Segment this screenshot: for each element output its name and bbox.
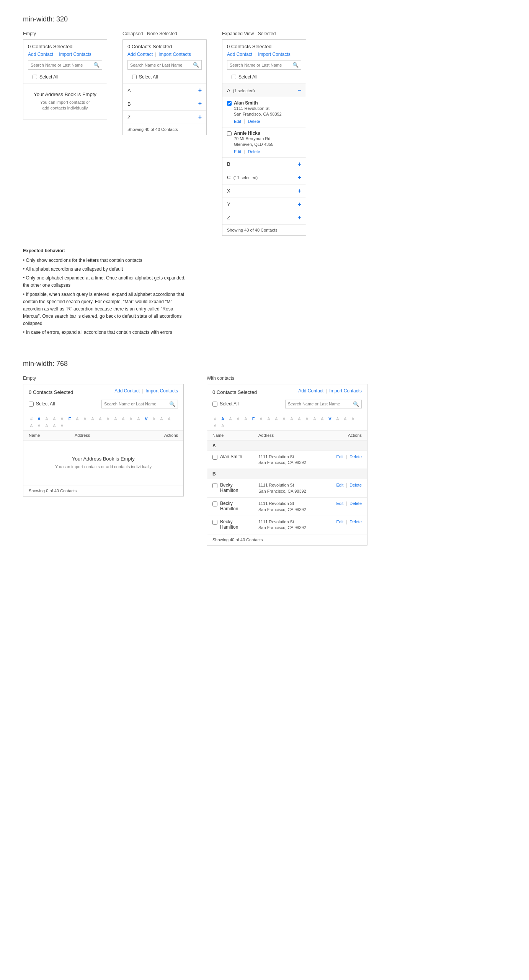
contact-alan-768-delete[interactable]: Delete <box>349 454 362 459</box>
contact-becky-3-addr: 1111 Revolution StSan Francisco, CA 9839… <box>258 519 331 531</box>
contact-becky-2-checkbox[interactable] <box>212 501 217 506</box>
alpha-V[interactable]: V <box>143 416 150 422</box>
contact-becky-1-check-col <box>212 482 220 489</box>
contact-annie-checkbox[interactable] <box>227 131 232 136</box>
panel-768-empty-add[interactable]: Add Contact <box>114 388 140 394</box>
contact-alan-checkbox[interactable] <box>227 101 232 106</box>
contact-becky-3-actions: Edit | Delete <box>331 519 362 524</box>
empty-select-all-checkbox[interactable] <box>33 75 37 79</box>
contact-becky-2-delete[interactable]: Delete <box>349 501 362 506</box>
panel-768-contacts-header: 0 Contacts Selected Add Contact | Import… <box>207 384 367 414</box>
empty-select-all-label: Select All <box>39 74 58 80</box>
collapsed-add-contact-link[interactable]: Add Contact <box>127 52 153 57</box>
panel-768-empty-alpha-nav: # A A A A F A A A A A A A A A V A <box>23 414 183 431</box>
panel-768-empty-search-input[interactable] <box>104 402 169 406</box>
collapsed-letter-B: B <box>127 101 131 107</box>
expanded-plus-Z: + <box>298 214 301 221</box>
contact-becky-2-edit[interactable]: Edit <box>336 501 343 506</box>
panel-768-empty-state: Your Address Book is Empty You can impor… <box>23 440 183 485</box>
contact-alan-delete[interactable]: Delete <box>248 119 260 124</box>
contact-annie-delete[interactable]: Delete <box>248 149 260 154</box>
contact-becky-3-checkbox[interactable] <box>212 520 217 525</box>
alpha-c-F[interactable]: F <box>250 416 257 422</box>
expanded-divider: | <box>255 52 256 57</box>
contact-annie-edit[interactable]: Edit <box>234 149 241 154</box>
expanded-accordion-B[interactable]: B + <box>222 157 306 171</box>
contact-row-becky-2: BeckyHamilton 1111 Revolution StSan Fran… <box>207 497 367 516</box>
expanded-accordion-C[interactable]: C (11 selected) + <box>222 171 306 184</box>
alpha-c-hash[interactable]: # <box>212 416 219 422</box>
alpha-A-1[interactable]: A <box>36 416 42 422</box>
contact-becky-1-delete[interactable]: Delete <box>349 483 362 487</box>
alpha-c-A-2: A <box>227 416 234 422</box>
contact-annie-name: Annie Hicks <box>234 131 260 136</box>
expanded-select-all-checkbox[interactable] <box>232 75 236 79</box>
contact-becky-1-edit[interactable]: Edit <box>336 483 343 487</box>
panel-768-contacts-add[interactable]: Add Contact <box>298 388 323 394</box>
expanded-accordion-Y[interactable]: Y + <box>222 198 306 211</box>
expanded-accordion-Z[interactable]: Z + <box>222 211 306 224</box>
contact-becky-3-delete[interactable]: Delete <box>349 519 362 524</box>
alpha-hash[interactable]: # <box>28 416 35 422</box>
panel-320-collapsed-wrapper: Collapsed - None Selected 0 Contacts Sel… <box>122 31 207 236</box>
contact-alan-actions: Edit | Delete <box>234 119 301 124</box>
panel-768-contacts-search-input[interactable] <box>288 402 353 406</box>
alpha-c-A-15: A <box>342 416 349 422</box>
panel-768-empty-divider: | <box>142 388 143 394</box>
col-name-label-contacts: Name <box>212 433 258 438</box>
behavior-item-2: All alphabet accordions are collapsed by… <box>23 266 191 273</box>
expanded-add-contact-link[interactable]: Add Contact <box>227 52 252 57</box>
alpha-c-A-6: A <box>265 416 272 422</box>
empty-add-contact-link[interactable]: Add Contact <box>28 52 53 57</box>
contact-alan-768-checkbox[interactable] <box>212 455 217 460</box>
panel-768-contacts-import[interactable]: Import Contacts <box>329 388 362 394</box>
alpha-F[interactable]: F <box>66 416 73 422</box>
contact-alan-768-divider: | <box>346 454 347 459</box>
panel-768-contacts-box: 0 Contacts Selected Add Contact | Import… <box>207 384 367 546</box>
collapsed-accordion-A[interactable]: A + <box>123 83 206 97</box>
collapsed-search-icon: 🔍 <box>193 62 199 68</box>
expanded-accordion-X[interactable]: X + <box>222 184 306 198</box>
alpha-c-A-8: A <box>281 416 287 422</box>
alpha-c-V[interactable]: V <box>327 416 333 422</box>
empty-search-input[interactable] <box>31 63 93 67</box>
contact-alan-768-edit[interactable]: Edit <box>336 454 343 459</box>
contact-becky-3-check-col <box>212 519 220 526</box>
panel-768-contacts-search: 🔍 <box>285 400 362 408</box>
panel-768-contacts-search-icon: 🔍 <box>353 401 359 407</box>
alpha-A-18: A <box>36 423 42 429</box>
contact-becky-1-checkbox[interactable] <box>212 483 217 488</box>
panel-768-empty-table-header: Name Address Actions <box>23 431 183 440</box>
alpha-c-A-16: A <box>349 416 356 422</box>
panel-768-contacts-links: Add Contact | Import Contacts <box>298 388 362 394</box>
panel-768-empty-desc: You can import contacts or add contacts … <box>31 464 176 470</box>
contact-alan-edit[interactable]: Edit <box>234 119 241 124</box>
empty-import-contacts-link[interactable]: Import Contacts <box>59 52 91 57</box>
collapsed-accordion-B[interactable]: B + <box>123 97 206 110</box>
contact-alan-addr: 1111 Revolution StSan Francisco, CA 9839… <box>234 106 301 118</box>
collapsed-search-input[interactable] <box>130 63 193 67</box>
panel-768-empty-select-all: Select All <box>29 401 55 407</box>
collapsed-accordion-Z[interactable]: Z + <box>123 110 206 124</box>
panel-768-empty-import[interactable]: Import Contacts <box>145 388 178 394</box>
collapsed-import-contacts-link[interactable]: Import Contacts <box>158 52 191 57</box>
contact-becky-3-edit[interactable]: Edit <box>336 519 343 524</box>
contact-alan-768-actions: Edit | Delete <box>331 454 362 459</box>
empty-divider: | <box>56 52 57 57</box>
expanded-accordion-A-header[interactable]: A (1 selected) − <box>222 83 306 97</box>
panel-768-empty-links: Add Contact | Import Contacts <box>114 388 178 394</box>
panel-768-contacts-select-all-checkbox[interactable] <box>212 402 217 407</box>
panel-320-empty-header: 0 Contacts Selected Add Contact | Import… <box>23 40 107 83</box>
collapsed-plus-A: + <box>198 87 202 94</box>
panel-320-expanded-wrapper: Expanded View - Selected 0 Contacts Sele… <box>222 31 306 236</box>
expanded-letter-C: C (11 selected) <box>227 175 258 180</box>
alpha-c-A-1[interactable]: A <box>219 416 226 422</box>
collapsed-select-all-checkbox[interactable] <box>132 75 137 79</box>
collapsed-letter-A: A <box>127 88 131 93</box>
panel-768-contacts-select-all: Select All <box>212 401 238 407</box>
expanded-import-contacts-link[interactable]: Import Contacts <box>258 52 291 57</box>
contact-alan-768-addr: 1111 Revolution StSan Francisco, CA 9839… <box>258 454 331 466</box>
panel-768-empty-select-all-checkbox[interactable] <box>29 402 34 407</box>
expanded-search-input[interactable] <box>230 63 292 67</box>
panel-768-empty-footer: Showing 0 of 40 Contacts <box>23 485 183 496</box>
